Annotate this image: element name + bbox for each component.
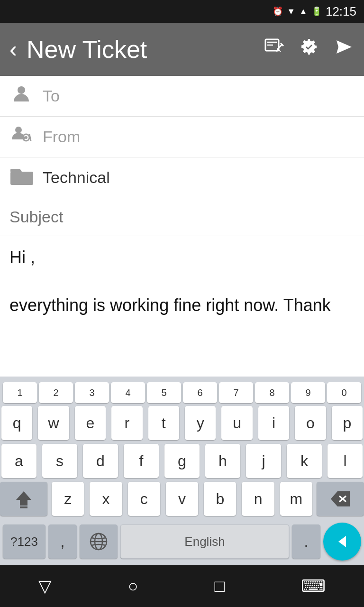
category-value: Technical [43,168,110,187]
subject-row[interactable] [0,198,364,236]
key-row-2: a s d f g h j k l [0,444,364,478]
key-5[interactable]: 5 [147,382,181,403]
app-bar: ‹ New Ticket [0,23,364,76]
key-u[interactable]: u [221,406,252,440]
key-0[interactable]: 0 [327,382,361,403]
to-row[interactable]: To [0,76,364,117]
key-v[interactable]: v [166,482,198,516]
svg-marker-19 [338,536,346,547]
key-i[interactable]: i [258,406,289,440]
svg-marker-12 [16,491,31,506]
folder-icon [9,165,33,190]
key-7[interactable]: 7 [219,382,253,403]
key-h[interactable]: h [205,444,240,478]
key-x[interactable]: x [90,482,122,516]
from-icon [9,124,33,149]
page-title: New Ticket [27,35,264,64]
nav-home-icon[interactable]: ○ [128,576,138,596]
app-bar-actions [264,37,355,62]
key-row-1: q w e r t y u i o p [0,406,364,440]
wifi-icon: ▼ [287,7,295,17]
key-k[interactable]: k [287,444,322,478]
comma-key[interactable]: , [48,524,77,559]
body-text: Hi ,everything is working fine right now… [9,246,355,317]
key-w[interactable]: w [38,406,69,440]
person-icon [9,84,33,108]
key-4[interactable]: 4 [111,382,145,403]
key-row-3: z x c v b n m [0,482,364,516]
key-f[interactable]: f [124,444,159,478]
key-m[interactable]: m [280,482,312,516]
category-row[interactable]: Technical [0,157,364,198]
battery-icon: 🔋 [311,6,322,17]
form-area: To From Technical [0,76,364,377]
to-label: To [43,87,60,105]
from-label: From [43,128,80,146]
key-1[interactable]: 1 [3,382,37,403]
globe-key[interactable] [80,524,118,559]
key-n[interactable]: n [242,482,274,516]
key-2[interactable]: 2 [39,382,73,403]
status-icons: ⏰ ▼ ▲ 🔋 12:15 [273,4,356,19]
svg-point-9 [25,136,27,139]
svg-point-7 [15,127,22,133]
body-area[interactable]: Hi ,everything is working fine right now… [0,236,364,377]
status-time: 12:15 [326,4,356,19]
key-o[interactable]: o [295,406,326,440]
bottom-key-row: ?123 , English . [0,520,364,565]
num-toggle-key[interactable]: ?123 [3,524,46,559]
key-r[interactable]: r [111,406,142,440]
key-d[interactable]: d [83,444,118,478]
key-t[interactable]: t [148,406,179,440]
enter-key[interactable] [323,523,361,561]
key-3[interactable]: 3 [75,382,109,403]
shift-key[interactable] [0,482,47,516]
signal-icon: ▲ [299,7,308,17]
key-q[interactable]: q [1,406,32,440]
subject-input[interactable] [9,208,355,226]
settings-icon[interactable] [299,37,319,62]
key-s[interactable]: s [42,444,77,478]
key-l[interactable]: l [328,444,363,478]
nav-keyboard-icon[interactable]: ⌨ [301,576,326,596]
key-j[interactable]: j [246,444,281,478]
svg-line-10 [29,134,31,141]
svg-point-6 [18,86,25,94]
key-e[interactable]: e [75,406,106,440]
svg-rect-11 [10,172,33,185]
key-c[interactable]: c [128,482,160,516]
nav-bar: ▽ ○ □ ⌨ [0,565,364,607]
key-9[interactable]: 9 [291,382,325,403]
key-6[interactable]: 6 [183,382,217,403]
nav-recents-icon[interactable]: □ [215,576,225,596]
keyboard: 1 2 3 4 5 6 7 8 9 0 q w e r t y u i o p … [0,377,364,565]
compose-icon[interactable] [264,37,284,62]
key-y[interactable]: y [185,406,216,440]
key-b[interactable]: b [204,482,236,516]
key-a[interactable]: a [1,444,36,478]
key-p[interactable]: p [332,406,363,440]
period-key[interactable]: . [292,524,320,559]
alarm-icon: ⏰ [273,6,283,17]
key-8[interactable]: 8 [255,382,289,403]
key-z[interactable]: z [52,482,84,516]
spacebar-key[interactable]: English [120,524,289,559]
status-bar: ⏰ ▼ ▲ 🔋 12:15 [0,0,364,23]
back-button[interactable]: ‹ [9,38,17,61]
svg-marker-5 [337,40,352,54]
backspace-key[interactable] [317,482,364,516]
from-row[interactable]: From [0,117,364,157]
key-g[interactable]: g [164,444,200,478]
send-icon[interactable] [334,37,355,62]
nav-back-icon[interactable]: ▽ [38,576,52,596]
num-row: 1 2 3 4 5 6 7 8 9 0 [0,380,364,405]
